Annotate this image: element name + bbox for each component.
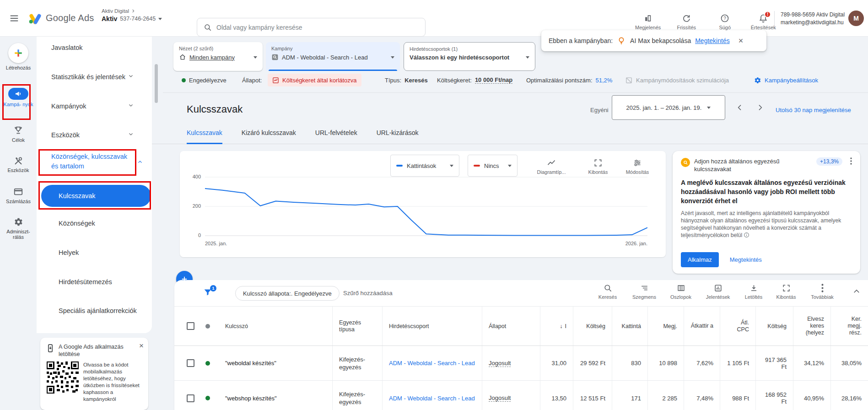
search-box[interactable] (197, 18, 426, 37)
header-status[interactable]: Állapot (482, 307, 540, 345)
account-switcher[interactable]: Aktiv Digital Aktiv 537-746-2645 (102, 8, 162, 22)
tabs-row: Kulcsszavak Kizáró kulcsszavak URL-felvé… (152, 129, 868, 144)
avatar[interactable]: M (848, 11, 864, 26)
header-cost-per-conv[interactable]: Költség (573, 307, 612, 345)
campaign-toast: Ebben a kampányban: AI Max bekapcsolása … (541, 30, 766, 51)
sidebar-item-recommendations[interactable]: Javaslatok (51, 44, 83, 51)
primary-metric-dropdown[interactable]: Kattintások (390, 155, 459, 177)
status-cell[interactable]: Jogosult (482, 346, 540, 380)
chevron-down-icon (128, 102, 134, 108)
google-ads-logo[interactable]: Google Ads (28, 11, 94, 25)
sidebar-item-insights[interactable]: Statisztikák és jelentések (51, 73, 143, 81)
sidebar-item-campaigns[interactable]: Kampányok (51, 102, 143, 110)
rail-item-goals[interactable]: Célok (0, 125, 37, 143)
kebab-menu-icon[interactable] (850, 157, 852, 165)
header-avg-cpc[interactable]: Átl. CPC (720, 307, 755, 345)
date-next-button[interactable] (754, 102, 766, 113)
search-input[interactable] (216, 24, 419, 31)
appearance-button[interactable]: Megjelenés (635, 14, 661, 30)
header-ctr[interactable]: Átkattir a (684, 307, 720, 345)
apply-button[interactable]: Alkalmaz (681, 252, 719, 267)
performance-chart-card: Kattintások Nincs Diagramtíp... Kibontás… (180, 151, 666, 257)
campaign-search-icon (271, 54, 279, 61)
cost-cell: 168 952 Ft (755, 381, 793, 410)
status-cell[interactable]: Jogosult (482, 381, 540, 410)
sidebar-item-ad-schedule[interactable]: Hirdetésütemezés (59, 278, 112, 286)
row-checkbox[interactable] (187, 359, 194, 367)
rail-item-tools[interactable]: Eszközök (0, 156, 37, 173)
campaign-enabled-status[interactable]: Engedélyezve (182, 74, 226, 86)
adgroup-filter-dropdown[interactable]: Hirdetéscsoportok (1) Válasszon ki egy h… (404, 42, 535, 71)
toast-prefix: Ebben a kampányban: (549, 37, 613, 44)
select-all-checkbox[interactable] (187, 322, 194, 330)
notifications-button[interactable]: ! Értesítések (750, 14, 776, 30)
ad-group-link[interactable]: ADM - Weboldal - Search - Lead (382, 346, 482, 380)
tab-negative-keywords[interactable]: Kizáró kulcsszavak (242, 129, 296, 144)
date-range-picker[interactable]: 2025. jan. 1. – 2026. jan. 19. (612, 95, 725, 120)
sidebar-item-locations[interactable]: Helyek (59, 249, 79, 256)
search-icon (204, 23, 212, 32)
sliders-icon (633, 158, 642, 167)
header-cost[interactable]: Költség (755, 307, 793, 345)
campaign-filter-dropdown[interactable]: Kampány ADM - Weboldal - Search - Lead (266, 42, 400, 71)
help-button[interactable]: ? Súgó (712, 14, 738, 30)
header-ad-group[interactable]: Hirdetéscsoport (382, 307, 482, 345)
columns-button[interactable]: Oszlopok (666, 284, 695, 300)
close-icon[interactable]: × (139, 341, 144, 351)
rail-item-admin[interactable]: Adminiszt- rálás (0, 217, 37, 240)
collapse-chevron-up-icon[interactable] (852, 287, 861, 296)
header-clicks[interactable]: Kattintá (612, 307, 647, 345)
expand-table-button[interactable]: Kibontás (771, 284, 801, 300)
sidebar-item-audiences[interactable]: Közönségek (59, 220, 95, 227)
menu-button[interactable] (9, 13, 20, 24)
chevron-down-icon (128, 131, 134, 137)
date-prev-button[interactable] (734, 102, 746, 113)
tab-keywords[interactable]: Kulcsszavak (187, 129, 222, 144)
header-search-impr-share[interactable]: Ker. megj. rész. (830, 307, 868, 345)
secondary-metric-dropdown[interactable]: Nincs (468, 155, 518, 177)
sidebar-item-advanced-bid-adjustments[interactable]: Speciális ajánlatkorrekciók (59, 307, 137, 314)
campaign-settings-button[interactable]: Kampánybeállítások (754, 74, 818, 86)
header-lost-search-share[interactable]: Elvesz keres (helyez (793, 307, 830, 345)
app-download-title: A Google Ads alkalmazás letöltése (59, 343, 127, 358)
rail-item-billing[interactable]: Számlázás (0, 187, 37, 204)
filter-funnel-button[interactable]: 1 (203, 287, 213, 297)
reports-button[interactable]: Jelentések (703, 284, 733, 300)
account-phone-name: 789-988-5659 Aktiv Digital (781, 11, 845, 19)
view-filter-dropdown[interactable]: Nézet (2 szűrő) Minden kampány (173, 42, 263, 71)
rail-item-create[interactable]: Létrehozás (0, 43, 37, 70)
impr-share-cell: 38,05% (830, 346, 868, 380)
more-button[interactable]: Továbbiak (808, 284, 837, 300)
active-filter-chip[interactable]: Kulcsszó állapota:. Engedélyezve (235, 286, 340, 301)
svg-text:?: ? (723, 16, 726, 21)
row-checkbox[interactable] (187, 394, 194, 402)
show-last-30-days-link[interactable]: Utolsó 30 nap megjelenítése (776, 107, 851, 113)
rail-item-campaigns[interactable]: Kampá- nyok (0, 88, 37, 107)
toast-view-link[interactable]: Megtekintés (695, 37, 729, 44)
header-keyword[interactable]: Kulcsszó (225, 323, 248, 329)
sidebar-section-audiences-keywords-content[interactable]: Közönségek, kulcsszavak és tartalom (51, 152, 130, 171)
campaign-budget[interactable]: Költségkeret:10 000 Ft/nap (437, 74, 512, 86)
header-conversions-sorted[interactable]: ↓ I (540, 307, 573, 345)
budget-limited-chip[interactable]: Költségkeret által korlátozva (268, 74, 361, 86)
refresh-button[interactable]: Frissítés (674, 14, 699, 30)
download-button[interactable]: Letöltés (739, 284, 768, 300)
tab-url-exclusions[interactable]: URL-kizárások (377, 129, 419, 144)
segment-button[interactable]: Szegmens (630, 284, 659, 300)
ad-group-link[interactable]: ADM - Weboldal - Search - Lead (382, 381, 482, 410)
view-recommendation-button[interactable]: Megtekintés (730, 256, 762, 263)
info-icon[interactable] (744, 232, 749, 238)
toast-close-icon[interactable]: × (739, 36, 744, 46)
header-impressions[interactable]: Megj. (647, 307, 684, 345)
table-search-button[interactable]: Keresés (593, 284, 622, 300)
chevron-up-icon[interactable] (137, 159, 143, 165)
sidebar-item-tools[interactable]: Eszközök (51, 131, 143, 139)
tab-url-inclusions[interactable]: URL-felvételek (315, 129, 357, 144)
add-filter-button[interactable]: Szűrő hozzáadása (343, 290, 393, 297)
header-match-type[interactable]: Egyezés típusa (332, 307, 382, 345)
qr-code (47, 361, 79, 394)
sidebar-item-keywords-selected[interactable]: Kulcsszavak (41, 185, 151, 207)
uplift-badge: +13,3% (816, 157, 842, 166)
help-icon: ? (720, 14, 729, 23)
optimization-score[interactable]: Optimalizálási pontszám:51,2% (526, 74, 612, 86)
